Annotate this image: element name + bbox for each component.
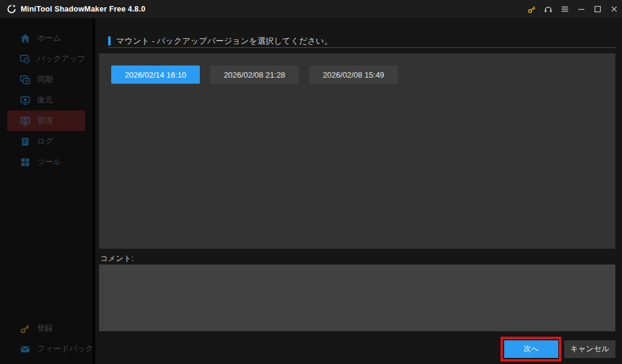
tools-icon bbox=[20, 157, 30, 167]
version-button-3[interactable]: 2026/02/08 15:49 bbox=[309, 66, 398, 84]
sidebar-item-log[interactable]: ログ bbox=[7, 131, 85, 152]
sidebar-item-label: 登録 bbox=[37, 323, 53, 334]
manage-icon bbox=[20, 116, 30, 126]
comment-label: コメント: bbox=[100, 254, 134, 264]
app-title: MiniTool ShadowMaker Free 4.8.0 bbox=[21, 5, 145, 13]
backup-icon bbox=[20, 54, 30, 64]
version-button-2[interactable]: 2026/02/08 21:28 bbox=[210, 66, 299, 84]
support-headset-icon[interactable] bbox=[540, 0, 556, 18]
sidebar-item-label: 管理 bbox=[37, 115, 53, 126]
cancel-button[interactable]: キャンセル bbox=[564, 340, 615, 358]
menu-icon[interactable] bbox=[556, 0, 573, 18]
sidebar-item-manage[interactable]: 管理 bbox=[7, 110, 85, 131]
title-accent-bar bbox=[108, 36, 111, 46]
comment-textarea[interactable] bbox=[99, 265, 615, 331]
sidebar-item-home[interactable]: ホーム bbox=[7, 28, 85, 49]
version-button-1[interactable]: 2026/02/14 16:10 bbox=[111, 66, 200, 84]
key-icon bbox=[20, 323, 30, 334]
sidebar-item-label: ログ bbox=[37, 136, 53, 147]
next-button[interactable]: 次へ bbox=[504, 340, 558, 358]
restore-icon bbox=[20, 95, 30, 106]
version-button-group: 2026/02/14 16:10 2026/02/08 21:28 2026/0… bbox=[99, 53, 615, 96]
sidebar-item-label: バックアップ bbox=[37, 53, 86, 64]
sidebar-item-label: フィードバック bbox=[37, 343, 94, 354]
sidebar-item-register[interactable]: 登録 bbox=[7, 318, 85, 339]
sidebar-item-restore[interactable]: 復元 bbox=[7, 90, 85, 110]
sidebar-item-label: 復元 bbox=[37, 95, 53, 106]
page-title-row: マウント - バックアップバージョンを選択してください。 bbox=[108, 35, 615, 48]
minimize-button[interactable] bbox=[573, 0, 589, 18]
sidebar-item-label: ツール bbox=[37, 157, 61, 167]
sidebar-item-label: 同期 bbox=[37, 74, 53, 85]
sidebar: ホーム バックアップ 同期 bbox=[0, 18, 95, 364]
sync-icon bbox=[20, 75, 30, 85]
app-logo-icon bbox=[6, 4, 16, 15]
sidebar-item-tools[interactable]: ツール bbox=[7, 152, 85, 172]
mail-icon bbox=[20, 344, 30, 354]
titlebar: MiniTool ShadowMaker Free 4.8.0 bbox=[0, 0, 622, 18]
backup-versions-panel: 2026/02/14 16:10 2026/02/08 21:28 2026/0… bbox=[99, 53, 615, 249]
sidebar-item-sync[interactable]: 同期 bbox=[7, 69, 85, 90]
home-icon bbox=[20, 33, 30, 44]
page-title: マウント - バックアップバージョンを選択してください。 bbox=[116, 36, 332, 47]
sidebar-item-backup[interactable]: バックアップ bbox=[7, 49, 85, 69]
close-button[interactable] bbox=[606, 0, 622, 18]
sidebar-item-feedback[interactable]: フィードバック bbox=[7, 339, 85, 359]
sidebar-item-label: ホーム bbox=[37, 33, 61, 44]
maximize-button[interactable] bbox=[589, 0, 606, 18]
log-icon bbox=[20, 136, 30, 147]
register-key-icon[interactable] bbox=[524, 0, 540, 18]
